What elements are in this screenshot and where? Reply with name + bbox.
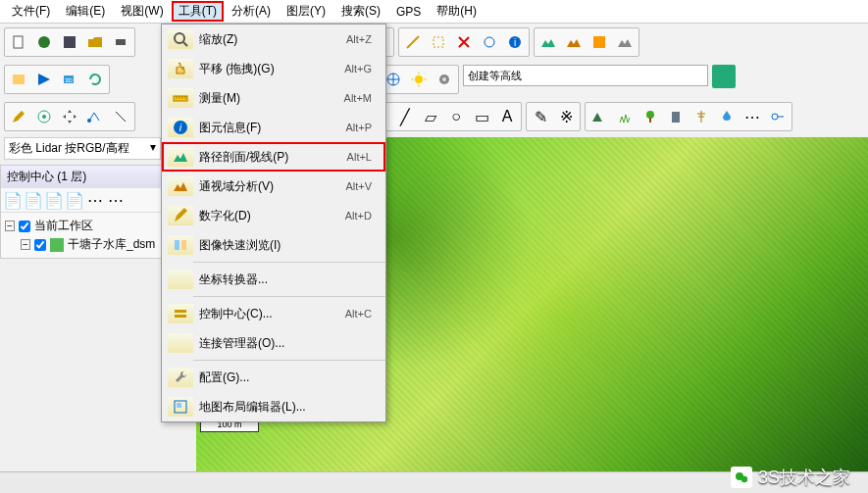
print-button[interactable] bbox=[109, 30, 132, 54]
svg-rect-0 bbox=[14, 36, 23, 48]
sun-button[interactable] bbox=[407, 68, 431, 91]
collapse-icon[interactable]: − bbox=[21, 239, 30, 250]
new-button[interactable] bbox=[7, 30, 30, 54]
watermark-text: 3S技术之家 bbox=[758, 466, 850, 489]
points-icon[interactable]: ⋯ bbox=[740, 105, 764, 128]
menu-item-shortcut: Alt+D bbox=[345, 210, 380, 222]
tools-menu-item[interactable]: 数字化(D)Alt+D bbox=[162, 201, 385, 230]
circle-button[interactable]: ○ bbox=[444, 105, 468, 128]
tools-menu-item[interactable]: 平移 (拖拽)(G)Alt+G bbox=[162, 54, 385, 83]
svg-point-5 bbox=[485, 37, 494, 47]
grid3d-button[interactable]: 3D bbox=[58, 68, 81, 91]
svg-rect-31 bbox=[181, 240, 186, 250]
save-button[interactable] bbox=[58, 30, 81, 54]
panel-down-button[interactable]: ⋯ bbox=[106, 190, 126, 210]
panel-remove-button[interactable]: 📄 bbox=[44, 190, 64, 210]
menu-gps[interactable]: GPS bbox=[388, 2, 429, 22]
panel-add2-button[interactable]: 📄 bbox=[24, 190, 43, 210]
mountain-icon[interactable] bbox=[587, 105, 611, 128]
tools-menu-item[interactable]: 路径剖面/视线(P)Alt+L bbox=[162, 142, 385, 172]
wrench-icon bbox=[168, 368, 193, 387]
tools-menu-item[interactable]: 图像快速浏览(I) bbox=[162, 230, 385, 260]
root-checkbox[interactable] bbox=[19, 221, 30, 232]
svg-rect-23 bbox=[672, 112, 680, 123]
menu-search[interactable]: 搜索(S) bbox=[333, 0, 388, 23]
svg-point-16 bbox=[442, 77, 446, 81]
tools-menu-item[interactable]: i图元信息(F)Alt+P bbox=[162, 113, 385, 142]
menu-item-shortcut: Alt+V bbox=[345, 180, 380, 192]
arrow-button[interactable] bbox=[32, 68, 56, 91]
menu-layers[interactable]: 图层(Y) bbox=[279, 0, 333, 23]
menu-view[interactable]: 视图(W) bbox=[113, 0, 171, 23]
menu-item-label: 数字化(D) bbox=[199, 208, 345, 224]
svg-rect-35 bbox=[177, 403, 181, 408]
tools-menu-item[interactable]: 坐标转换器... bbox=[162, 265, 385, 294]
tools-menu-item[interactable]: 地图布局编辑器(L)... bbox=[162, 392, 385, 421]
panel-refresh-button[interactable]: 📄 bbox=[65, 190, 84, 210]
edit-pencil-button[interactable] bbox=[7, 105, 30, 128]
grass-icon[interactable] bbox=[613, 105, 637, 128]
slope-button[interactable] bbox=[562, 30, 586, 54]
contour-input[interactable] bbox=[463, 65, 708, 86]
panel-up-button[interactable]: ⋯ bbox=[85, 190, 105, 210]
text-button[interactable]: A bbox=[495, 105, 519, 128]
panel-add-button[interactable]: 📄 bbox=[3, 190, 23, 210]
menu-help[interactable]: 帮助(H) bbox=[429, 0, 485, 23]
menu-tools[interactable]: 工具(T) bbox=[172, 1, 224, 22]
menu-item-label: 控制中心(C)... bbox=[199, 306, 345, 322]
target-button[interactable] bbox=[32, 105, 56, 128]
terrain-button[interactable] bbox=[536, 30, 560, 54]
svg-rect-32 bbox=[175, 310, 186, 313]
menu-edit[interactable]: 编辑(E) bbox=[58, 0, 113, 23]
layer-checkbox[interactable] bbox=[34, 239, 46, 251]
collapse-icon[interactable]: − bbox=[5, 221, 15, 231]
move-button[interactable] bbox=[58, 105, 81, 128]
gear-button[interactable] bbox=[433, 68, 456, 91]
refresh-button[interactable] bbox=[83, 68, 107, 91]
layer-select[interactable]: 彩色 Lidar 按RGB/高程 ▾ bbox=[4, 137, 161, 160]
key-icon[interactable] bbox=[766, 105, 790, 128]
rect-button[interactable]: ▭ bbox=[470, 105, 493, 128]
script-button[interactable] bbox=[7, 68, 30, 91]
layout-icon bbox=[168, 397, 193, 417]
blank-icon bbox=[168, 270, 193, 289]
menu-item-shortcut: Alt+G bbox=[344, 63, 380, 74]
feature-info-button[interactable]: i bbox=[503, 30, 527, 54]
svg-point-1 bbox=[38, 36, 50, 48]
measure-icon bbox=[168, 88, 193, 108]
poly-button[interactable]: ▱ bbox=[419, 105, 442, 128]
run-contour-button[interactable] bbox=[712, 65, 736, 88]
open-button[interactable] bbox=[83, 30, 107, 54]
wechat-icon bbox=[731, 467, 752, 488]
power-icon[interactable] bbox=[689, 105, 713, 128]
menu-analysis[interactable]: 分析(A) bbox=[224, 0, 279, 23]
building-icon[interactable] bbox=[664, 105, 688, 128]
line-button[interactable]: ╱ bbox=[393, 105, 417, 128]
color-ramp-button[interactable] bbox=[587, 30, 611, 54]
tools-menu-item[interactable]: 测量(M)Alt+M bbox=[162, 83, 385, 113]
draw-line-button[interactable] bbox=[401, 30, 425, 54]
tree-icon[interactable] bbox=[638, 105, 662, 128]
delete-button[interactable] bbox=[452, 30, 476, 54]
blank-icon bbox=[168, 333, 193, 353]
tools-menu-item[interactable]: 配置(G)... bbox=[162, 363, 385, 392]
picker-button[interactable]: ✎ bbox=[529, 105, 552, 128]
split-button[interactable] bbox=[109, 105, 132, 128]
draw-poly-button[interactable] bbox=[427, 30, 450, 54]
tools-menu-item[interactable]: 控制中心(C)...Alt+C bbox=[162, 299, 385, 328]
ctrl-icon bbox=[168, 304, 193, 323]
vertex-button[interactable] bbox=[83, 105, 107, 128]
menu-item-label: 测量(M) bbox=[199, 90, 344, 107]
svg-point-37 bbox=[741, 476, 747, 482]
menu-file[interactable]: 文件(F) bbox=[4, 0, 58, 23]
water-icon[interactable] bbox=[715, 105, 739, 128]
tools-menu-item[interactable]: 通视域分析(V)Alt+V bbox=[162, 172, 385, 201]
edit-shape-button[interactable] bbox=[478, 30, 501, 54]
menu-item-label: 缩放(Z) bbox=[199, 31, 346, 48]
tools-menu-item[interactable]: 连接管理器(O)... bbox=[162, 328, 385, 358]
svg-rect-30 bbox=[175, 240, 179, 250]
globe-button[interactable] bbox=[32, 30, 56, 54]
tools-menu-item[interactable]: 缩放(Z)Alt+Z bbox=[162, 25, 385, 54]
brush-button[interactable]: ※ bbox=[554, 105, 578, 128]
hillshade-button[interactable] bbox=[613, 30, 637, 54]
